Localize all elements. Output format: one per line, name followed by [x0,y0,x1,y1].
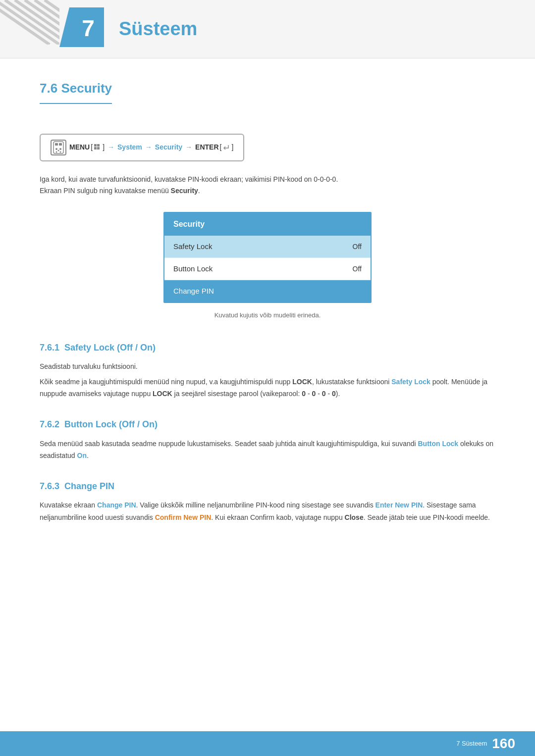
button-lock-value: Off [353,263,362,274]
safety-lock-bold: Safety Lock [391,378,430,386]
subsection-763-heading: 7.6.3 Change PIN [40,479,495,494]
subsection-762-heading: 7.6.2 Button Lock (Off / On) [40,417,495,432]
pin-digit-4: 0 [332,390,336,398]
menu-caption: Kuvatud kujutis võib mudeliti erineda. [40,310,495,321]
page-content: 7.6 Security MENU [ [0,58,535,566]
menu-path-bracket3: [ [220,142,222,152]
security-menu-item-change-pin: Change PIN [164,280,371,302]
svg-rect-17 [94,144,97,147]
footer-label: 7 Süsteem [456,739,487,749]
pin-digit-1: 0 [302,390,306,398]
change-pin-bold-1: Change PIN [97,501,136,509]
security-menu-item-safety-lock: Safety Lock Off [164,236,371,258]
svg-point-16 [58,150,59,151]
menu-path-arrow1: → [107,142,114,152]
menu-icon [51,140,66,155]
security-menu-item-button-lock: Button Lock Off [164,258,371,280]
svg-rect-10 [55,143,58,146]
pin-digit-2: 0 [312,390,316,398]
menu-path-security: Security [155,142,182,152]
svg-rect-19 [94,147,97,150]
intro-paragraph-1: Iga kord, kui avate turvafunktsioonid, k… [40,174,495,186]
section-heading: 7.6 Security [40,78,112,104]
intro-text: Iga kord, kui avate turvafunktsioonid, k… [40,174,495,198]
subsection-761-para2: Kõik seadme ja kaugjuhtimispuldi menüüd … [40,376,495,400]
svg-point-14 [56,151,57,152]
subsection-761-para1: Seadistab turvaluku funktsiooni. [40,360,495,373]
page-footer: 7 Süsteem 160 [0,731,535,756]
svg-rect-9 [54,142,63,153]
svg-rect-18 [97,144,100,147]
change-pin-label: Change PIN [173,285,214,297]
menu-path-bracket4: ] [231,142,233,152]
menu-path-system: System [117,142,142,152]
pin-digit-3: 0 [322,390,326,398]
chapter-header: 7 Süsteem [0,0,535,58]
subsection-761-heading: 7.6.1 Safety Lock (Off / On) [40,341,495,355]
menu-path-bracket2: ] [103,142,105,152]
svg-point-13 [59,148,61,150]
svg-rect-20 [97,147,100,150]
grid-icon [94,144,102,151]
footer-page-number: 160 [492,733,515,755]
enter-new-pin-bold: Enter New PIN [375,501,423,509]
subsection-763-para1: Kuvatakse ekraan Change PIN. Valige üksk… [40,499,495,523]
security-menu-title: Security [164,213,371,236]
menu-path-menu-label: MENU [69,142,90,152]
section-heading-container: 7.6 Security [40,78,495,119]
subsection-762-para1: Seda menüüd saab kasutada seadme nuppude… [40,438,495,462]
safety-lock-label: Safety Lock [173,241,212,252]
lock-bold-2: LOCK [153,390,172,398]
on-bold: On [77,452,87,459]
chapter-title: Süsteem [119,14,197,44]
menu-path-arrow3: → [185,142,192,152]
button-lock-bold: Button Lock [418,440,459,448]
intro-bold-security: Security [171,187,198,195]
svg-point-15 [60,151,61,152]
chapter-number-block: 7 [59,7,104,47]
svg-text:7: 7 [82,15,95,41]
svg-line-0 [0,0,59,45]
intro-paragraph-2: Ekraan PIN sulgub ning kuvatakse menüü S… [40,185,495,197]
diagonal-decoration [0,0,59,45]
safety-lock-value: Off [353,241,362,252]
enter-icon [222,144,231,151]
svg-point-12 [55,148,57,150]
menu-path-box: MENU [ ] → System → Security → ENTER [ ] [40,134,244,161]
confirm-new-pin-bold: Confirm New PIN [155,513,212,521]
svg-rect-11 [59,143,62,146]
button-lock-label: Button Lock [173,263,213,275]
security-menu: Security Safety Lock Off Button Lock Off… [163,212,372,303]
menu-path-enter-label: ENTER [195,142,218,152]
lock-bold-1: LOCK [292,378,312,386]
menu-path-bracket1: [ [91,142,93,152]
menu-path-arrow2: → [145,142,152,152]
close-bold: Close [345,513,364,521]
security-menu-container: Security Safety Lock Off Button Lock Off… [40,212,495,303]
